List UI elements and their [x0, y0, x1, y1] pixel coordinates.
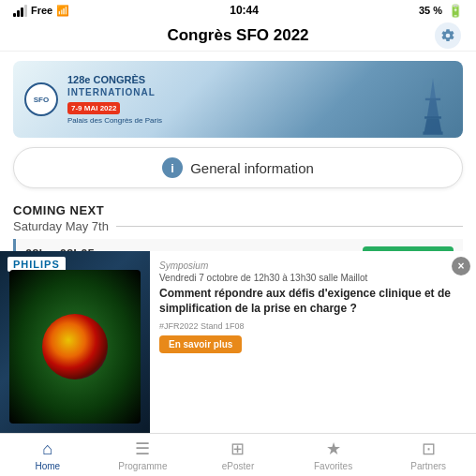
status-left: Free 📶 — [13, 5, 69, 17]
svg-marker-0 — [430, 79, 437, 100]
nav-eposter[interactable]: ⊞ ePoster — [190, 434, 286, 476]
popup-tag: #JFR2022 Stand 1F08 — [159, 321, 467, 331]
eposter-icon: ⊞ — [231, 439, 245, 459]
nav-favorites[interactable]: ★ Favorites — [286, 434, 381, 476]
general-info-button[interactable]: i General information — [13, 147, 463, 188]
programme-icon: ☰ — [135, 439, 150, 459]
nav-programme[interactable]: ☰ Programme — [96, 434, 191, 476]
svg-marker-1 — [427, 99, 439, 118]
philips-ad[interactable]: PHILIPS × Symposium Vendredi 7 octobre d… — [0, 251, 476, 433]
svg-rect-3 — [425, 98, 440, 100]
partners-icon: ⊡ — [422, 439, 436, 459]
wifi-icon: 📶 — [56, 5, 69, 17]
nav-partners-label: Partners — [410, 461, 446, 471]
status-bar: Free 📶 10:44 35 % 🔋 — [0, 0, 476, 21]
international-label: INTERNATIONAL — [67, 87, 452, 97]
status-right: 35 % 🔋 — [419, 4, 463, 18]
page-title: Congrès SFO 2022 — [167, 26, 308, 45]
eiffel-tower-icon — [414, 77, 452, 138]
settings-button[interactable] — [435, 22, 461, 49]
popup-close-button[interactable]: × — [452, 257, 470, 275]
popup-date: Vendredi 7 octobre de 12h30 à 13h30 sall… — [159, 273, 467, 283]
gear-icon — [440, 28, 455, 43]
signal-icon — [13, 5, 27, 17]
philips-image: PHILIPS — [0, 251, 150, 433]
coming-next-date: Saturday May 7th — [13, 219, 463, 233]
battery-percent: 35 % — [419, 5, 442, 16]
brain-heatmap — [42, 314, 108, 379]
banner-text: 128e CONGRÈS INTERNATIONAL 7-9 MAI 2022 … — [67, 74, 452, 124]
coming-next-heading: COMING NEXT — [13, 203, 463, 217]
popup-cta-button[interactable]: En savoir plus — [159, 335, 242, 353]
battery-icon: 🔋 — [448, 4, 463, 18]
edition-label: 128e CONGRÈS — [67, 74, 452, 86]
bottom-nav: ⌂ Home ☰ Programme ⊞ ePoster ★ Favorites… — [0, 433, 476, 476]
nav-programme-label: Programme — [118, 461, 167, 471]
popup-title: Comment répondre aux défis d'exigence cl… — [159, 287, 467, 316]
sfo-logo: SFO — [24, 82, 58, 116]
coming-next-section: COMING NEXT Saturday May 7th — [0, 196, 476, 233]
popup-type: Symposium — [159, 260, 467, 271]
clock: 10:44 — [230, 4, 259, 17]
nav-home-label: Home — [35, 461, 60, 471]
carrier-label: Free — [31, 5, 52, 16]
favorites-icon: ★ — [326, 439, 341, 459]
nav-home[interactable]: ⌂ Home — [0, 434, 96, 476]
congress-banner[interactable]: SFO 128e CONGRÈS INTERNATIONAL 7-9 MAI 2… — [13, 61, 463, 138]
nav-eposter-label: ePoster — [222, 461, 254, 471]
header: Congrès SFO 2022 — [0, 21, 476, 52]
info-icon: i — [162, 157, 183, 178]
popup-content: × Symposium Vendredi 7 octobre de 12h30 … — [150, 251, 476, 433]
nav-favorites-label: Favorites — [314, 461, 352, 471]
svg-rect-5 — [423, 132, 442, 135]
nav-partners[interactable]: ⊡ Partners — [380, 434, 476, 476]
general-info-label: General information — [190, 160, 314, 176]
venue-label: Palais des Congrès de Paris — [67, 116, 452, 125]
dates-badge: 7-9 MAI 2022 — [67, 102, 120, 114]
home-icon: ⌂ — [42, 439, 52, 459]
svg-rect-4 — [424, 116, 441, 118]
brain-scan-image — [9, 270, 141, 424]
